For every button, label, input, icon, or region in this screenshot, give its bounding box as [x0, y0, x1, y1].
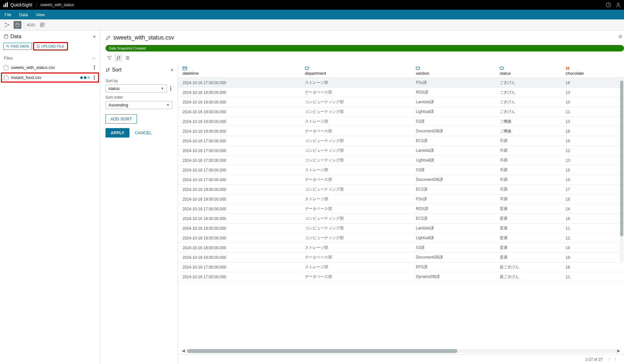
hscroll-thumb[interactable] — [187, 349, 457, 353]
cell-section: Lambda課 — [411, 146, 495, 156]
table-row[interactable]: 2024-10-16 19:00:00.000ストレージ部S3課ご機嫌13 — [178, 117, 624, 127]
table-row[interactable]: 2024-10-16 17:00:00.000コンピューティング部Lambda課… — [178, 146, 624, 156]
prev-page-icon[interactable]: 〈 — [607, 357, 610, 362]
cell-status: ごきげん — [495, 97, 561, 107]
svg-point-13 — [5, 35, 8, 36]
cell-chocolate: 19 — [561, 136, 624, 146]
add-source-icon[interactable] — [39, 21, 46, 29]
file-row[interactable]: sweets_with_status.csv — [0, 63, 100, 72]
table-row[interactable]: 2024-10-16 18:00:00.000データベース部RDS課ごきげん13 — [178, 88, 624, 97]
data-view-icon[interactable] — [14, 21, 21, 29]
scroll-right-icon[interactable]: ▶ — [617, 348, 620, 353]
menu-data[interactable]: Data — [19, 12, 28, 17]
cell-status: 不調 — [495, 185, 561, 194]
filter-icon[interactable] — [106, 54, 113, 62]
project-name: sweets_with_status — [40, 3, 74, 7]
separator — [24, 22, 24, 28]
user-icon[interactable] — [616, 2, 621, 7]
table-row[interactable]: 2024-10-16 17:00:00.000ストレージ部EFS課超ごきげん18 — [178, 262, 624, 272]
pagination: 1-27 of 27 〈 〉 — [178, 354, 624, 364]
chevron-down-icon: ▼ — [161, 87, 164, 90]
column-header-section[interactable]: section — [411, 64, 495, 78]
cell-chocolate: 18 — [561, 127, 624, 136]
cell-department: コンピューティング部 — [300, 185, 411, 194]
data-panel-title: Data — [4, 34, 21, 39]
cell-datetime: 2024-10-16 18:00:00.000 — [178, 224, 300, 233]
file-icon — [37, 45, 40, 48]
app-logo[interactable]: QuickSight — [3, 2, 32, 7]
sort-field-menu[interactable] — [169, 86, 173, 91]
cell-status: 不調 — [495, 156, 561, 165]
sort-by-select[interactable]: status▼ — [106, 84, 167, 93]
cell-status: ごきげん — [495, 107, 561, 117]
pencil-icon[interactable] — [106, 35, 111, 40]
table-row[interactable]: 2024-10-16 17:00:00.000データベース部DynamoDB課超… — [178, 272, 624, 282]
cell-chocolate: 14 — [561, 204, 624, 214]
table-scroll[interactable]: datetimedepartmentsectionstatuschocolate… — [178, 64, 624, 349]
scroll-left-icon[interactable]: ◀ — [182, 348, 185, 353]
menu-view[interactable]: View — [36, 12, 45, 17]
files-section-header[interactable]: Files ︿ — [0, 53, 100, 63]
column-header-datetime[interactable]: datetime — [178, 64, 300, 78]
column-header-chocolate[interactable]: chocolate — [561, 64, 624, 78]
table-row[interactable]: 2024-10-16 17:00:00.000ストレージ部S3課不調15 — [178, 165, 624, 175]
cell-datetime: 2024-10-16 17:00:00.000 — [178, 146, 300, 156]
cell-section: EFS課 — [411, 262, 495, 272]
string-type-icon — [305, 66, 309, 70]
cell-section: DocumentDB課 — [411, 127, 495, 136]
table-row[interactable]: 2024-10-16 19:00:00.000ストレージ部FSx課不調16 — [178, 194, 624, 204]
close-sort-icon[interactable]: ✕ — [170, 68, 174, 72]
horizontal-scrollbar[interactable]: ◀ ▶ — [183, 349, 619, 353]
chevron-up-icon: ︿ — [92, 55, 96, 61]
table-row[interactable]: 2024-10-16 17:00:00.000ストレージ部FSx課ごきげん18 — [178, 78, 624, 88]
file-row[interactable]: instant_food.csv — [1, 73, 99, 82]
table-row[interactable]: 2024-10-16 19:00:00.000コンピューティング部Lambda課… — [178, 97, 624, 107]
table-area: datetimedepartmentsectionstatuschocolate… — [178, 64, 624, 364]
add-sort-button[interactable]: ADD SORT — [106, 114, 137, 124]
cancel-link[interactable]: CANCEL — [135, 130, 152, 135]
table-row[interactable]: 2024-10-16 18:00:00.000コンピューティング部EC2課普通1… — [178, 214, 624, 224]
table-row[interactable]: 2024-10-16 18:00:00.000ストレージ部S3課普通14 — [178, 243, 624, 253]
cell-department: データベース部 — [300, 272, 411, 282]
table-row[interactable]: 2024-10-16 19:00:00.000データベース部DocumentDB… — [178, 127, 624, 136]
add-label: ADD: — [27, 23, 36, 27]
svg-rect-12 — [40, 25, 42, 27]
list-icon[interactable] — [124, 54, 131, 62]
file-menu-icon[interactable] — [93, 75, 96, 80]
sort-icon[interactable] — [115, 54, 122, 62]
help-icon[interactable]: ? — [606, 2, 611, 7]
cell-status: 普通 — [495, 233, 561, 243]
column-header-status[interactable]: status — [495, 64, 561, 78]
cell-department: コンピューティング部 — [300, 136, 411, 146]
table-row[interactable]: 2024-10-16 19:00:00.000コンピューティング部EC2課不調1… — [178, 185, 624, 194]
close-panel-icon[interactable]: ✕ — [93, 34, 96, 39]
column-header-department[interactable]: department — [300, 64, 411, 78]
next-page-icon[interactable]: 〉 — [614, 357, 618, 362]
file-menu-icon[interactable] — [93, 65, 96, 70]
menu-file[interactable]: File — [5, 12, 11, 17]
find-data-button[interactable]: FIND DATA — [3, 43, 32, 50]
table-row[interactable]: 2024-10-16 18:00:00.000コンピューティング部Lightsa… — [178, 233, 624, 243]
snapshot-badge: Data Snapshot Created — [106, 45, 624, 51]
schema-view-icon[interactable] — [3, 21, 11, 29]
table-row[interactable]: 2024-10-16 19:00:00.000コンピューティング部Lightsa… — [178, 107, 624, 117]
vscroll-thumb[interactable] — [620, 81, 623, 237]
cell-status: 普通 — [495, 204, 561, 214]
cell-chocolate: 18 — [561, 214, 624, 224]
column-label: chocolate — [566, 71, 584, 76]
table-row[interactable]: 2024-10-16 17:00:00.000コンピューティング部EC2課不調1… — [178, 136, 624, 146]
table-row[interactable]: 2024-10-16 18:00:00.000コンピューティング部Lambda課… — [178, 224, 624, 233]
sort-order-select[interactable]: Ascending▼ — [106, 101, 173, 109]
collapse-right-icon[interactable] — [616, 34, 621, 39]
upload-file-button[interactable]: UPLOAD FILE — [34, 43, 67, 50]
apply-button[interactable]: APPLY — [106, 128, 129, 138]
cell-section: DynamoDB課 — [411, 272, 495, 282]
table-row[interactable]: 2024-10-16 17:00:00.000データベース部RDS課普通14 — [178, 204, 624, 214]
sort-panel: Sort ✕ Sort by status▼ Sort order Ascend… — [100, 64, 178, 364]
table-row[interactable]: 2024-10-16 17:00:00.000データベース部DocumentDB… — [178, 175, 624, 185]
cell-status: 超ごきげん — [495, 272, 561, 282]
vertical-scrollbar[interactable] — [620, 81, 623, 262]
cell-section: FSx課 — [411, 78, 495, 88]
table-row[interactable]: 2024-10-16 18:00:00.000データベース部DocumentDB… — [178, 253, 624, 262]
table-row[interactable]: 2024-10-16 17:00:00.000コンピューティング部Lightsa… — [178, 156, 624, 165]
